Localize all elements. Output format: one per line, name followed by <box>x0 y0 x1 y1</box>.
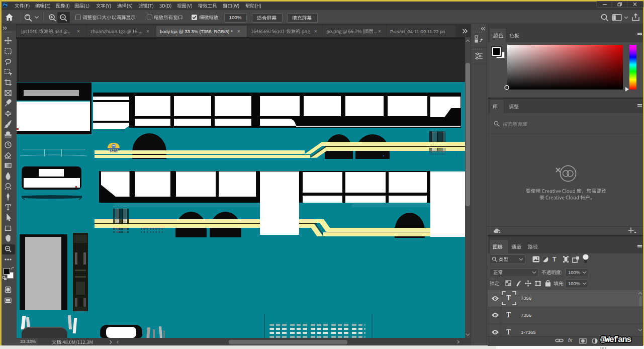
svg-text:@Wefans: @Wefans <box>600 335 631 344</box>
